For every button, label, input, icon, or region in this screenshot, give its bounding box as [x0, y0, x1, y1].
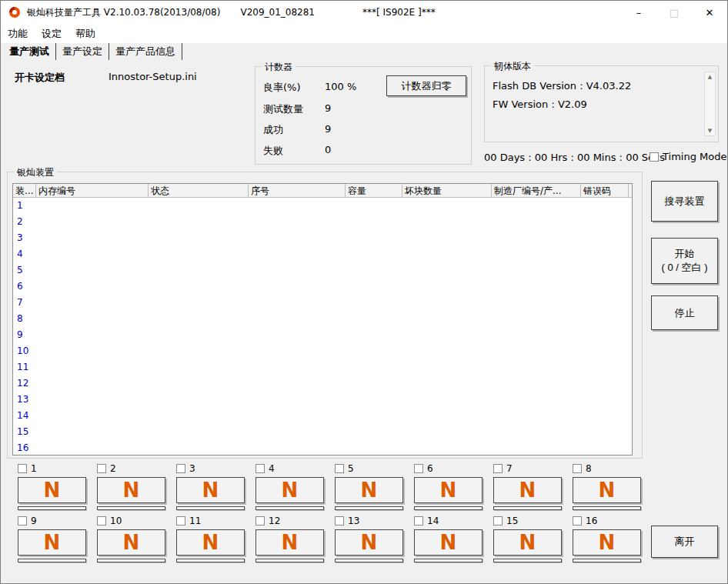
column-header[interactable]: 错误码 — [581, 184, 629, 197]
table-row[interactable]: 14 — [13, 408, 632, 424]
slot-progress-bar — [335, 559, 403, 562]
column-header[interactable]: 序号 — [249, 184, 346, 197]
slot-cell: 5 N — [335, 463, 403, 510]
column-header[interactable]: 内存编号 — [36, 184, 149, 197]
slot-number: 2 — [110, 463, 116, 474]
table-row[interactable]: 12 — [13, 375, 632, 392]
counter-reset-button[interactable]: 计数器归零 — [386, 75, 466, 96]
slot-status-display: N — [18, 529, 86, 556]
table-row[interactable]: 4 — [13, 246, 632, 262]
column-header[interactable]: 状态 — [149, 184, 249, 197]
table-row[interactable]: 13 — [13, 392, 632, 408]
cell-memory-id — [36, 214, 149, 230]
cell-serial — [249, 424, 346, 440]
cell-serial — [249, 408, 346, 424]
slot-checkbox[interactable] — [255, 464, 265, 473]
slot-checkbox[interactable] — [18, 464, 27, 473]
slot-checkbox[interactable] — [573, 464, 582, 473]
device-index: 3 — [13, 230, 36, 246]
cell-vendor-id — [492, 279, 581, 295]
slot-checkbox[interactable] — [176, 464, 185, 473]
firmware-scrollbar[interactable]: ▲ ▼ — [704, 72, 716, 136]
column-header[interactable]: 制造厂编号/产... — [492, 184, 581, 197]
start-button[interactable]: 开始 ( 0 / 空白 ) — [651, 238, 718, 284]
tab-production-settings[interactable]: 量产设定 — [56, 43, 109, 60]
table-row[interactable]: 5 — [13, 262, 632, 279]
cell-error-code — [581, 311, 629, 327]
table-row[interactable]: 6 — [13, 279, 632, 295]
table-row[interactable]: 15 — [13, 424, 632, 440]
menu-settings[interactable]: 设定 — [35, 24, 68, 43]
table-row[interactable]: 8 — [13, 311, 632, 327]
slot-checkbox[interactable] — [414, 516, 423, 526]
table-row[interactable]: 10 — [13, 343, 632, 359]
close-button[interactable]: ✕ — [692, 1, 727, 24]
device-groupbox: 银灿装置 装... 内存编号 状态 序号 容量 坏块数量 制造厂编号/产... — [7, 172, 643, 459]
slot-cell: 12 N — [255, 516, 324, 562]
tab-production-test[interactable]: 量产测试 — [3, 43, 56, 60]
slot-header: 7 — [493, 463, 562, 474]
table-row[interactable]: 1 — [13, 198, 632, 214]
table-row[interactable]: 3 — [13, 230, 632, 246]
minimize-button[interactable]: – — [621, 1, 656, 24]
slot-header: 16 — [573, 516, 641, 526]
slot-checkbox[interactable] — [97, 516, 106, 526]
timing-mode-checkbox[interactable] — [650, 152, 659, 162]
app-icon[interactable] — [8, 6, 21, 18]
exit-button[interactable]: 离开 — [651, 526, 718, 558]
slot-progress-bar — [255, 559, 324, 562]
table-row[interactable]: 2 — [13, 214, 632, 230]
menu-function[interactable]: 功能 — [1, 24, 35, 43]
slot-checkbox[interactable] — [335, 516, 344, 526]
menu-help[interactable]: 帮助 — [68, 24, 102, 43]
table-row[interactable]: 9 — [13, 327, 632, 343]
slot-checkbox[interactable] — [414, 464, 423, 473]
cell-memory-id — [36, 343, 149, 359]
column-header[interactable]: 容量 — [346, 184, 402, 197]
cell-bad-blocks — [402, 230, 492, 246]
device-index: 14 — [13, 408, 36, 424]
table-row[interactable]: 11 — [13, 359, 632, 375]
slot-cell: 1 N — [18, 463, 86, 510]
cell-capacity — [346, 295, 402, 311]
slot-header: 15 — [493, 516, 562, 526]
slot-checkbox[interactable] — [176, 516, 185, 526]
slot-checkbox[interactable] — [18, 516, 27, 526]
slot-number: 7 — [506, 463, 513, 474]
cell-memory-id — [36, 279, 149, 295]
slot-checkbox[interactable] — [335, 464, 344, 473]
cell-capacity — [346, 230, 402, 246]
cell-serial — [249, 198, 346, 214]
slot-checkbox[interactable] — [573, 516, 582, 526]
table-row[interactable]: 16 — [13, 440, 632, 456]
slot-number: 12 — [269, 516, 280, 526]
cell-capacity — [346, 246, 402, 262]
column-header[interactable]: 坏块数量 — [402, 184, 492, 197]
slot-status-display: N — [573, 529, 641, 556]
slot-number: 10 — [110, 516, 122, 526]
cell-vendor-id — [492, 327, 581, 343]
cell-vendor-id — [492, 343, 581, 359]
slot-checkbox[interactable] — [493, 516, 503, 526]
scroll-up-icon[interactable]: ▲ — [705, 72, 715, 82]
cell-error-code — [581, 279, 629, 295]
cell-serial — [249, 359, 346, 375]
device-index: 9 — [13, 327, 36, 343]
scroll-down-icon[interactable]: ▼ — [705, 126, 715, 135]
cell-bad-blocks — [402, 198, 492, 214]
stop-button[interactable]: 停止 — [651, 295, 718, 330]
slot-checkbox[interactable] — [97, 464, 106, 473]
tab-product-info[interactable]: 量产产品信息 — [109, 43, 182, 60]
yield-value: 100 % — [325, 81, 356, 92]
search-device-button[interactable]: 搜寻装置 — [651, 181, 718, 222]
cell-status — [149, 246, 249, 262]
cell-bad-blocks — [402, 359, 492, 375]
column-header[interactable]: 装... — [13, 184, 36, 197]
slot-checkbox[interactable] — [255, 516, 265, 526]
cell-status — [149, 408, 249, 424]
slot-number: 4 — [269, 463, 275, 474]
table-row[interactable]: 7 — [13, 295, 632, 311]
timing-mode-control[interactable]: Timing Mode — [650, 151, 726, 162]
cell-serial — [249, 214, 346, 230]
slot-checkbox[interactable] — [493, 464, 503, 473]
